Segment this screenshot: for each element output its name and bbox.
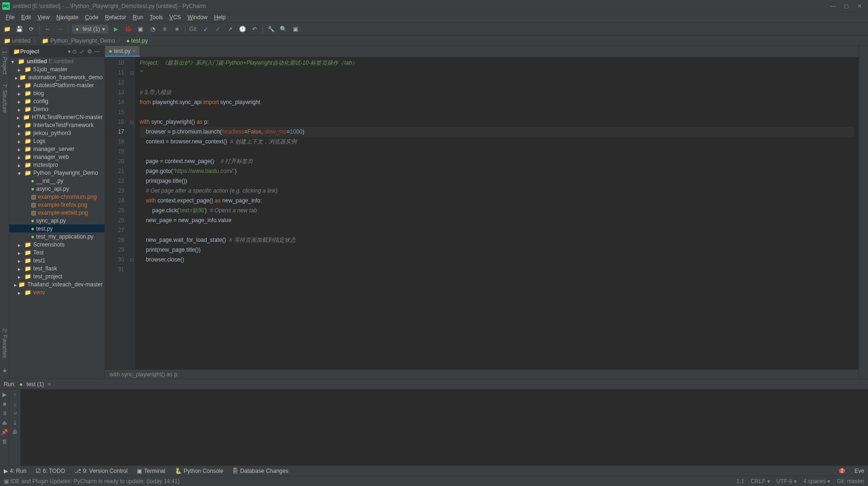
breadcrumb-file[interactable]: test.py — [131, 37, 148, 44]
menu-edit[interactable]: Edit — [18, 13, 34, 22]
menu-view[interactable]: View — [35, 13, 52, 22]
tree-item[interactable]: ▧example-firefox.png — [9, 201, 105, 209]
run-config-select[interactable]: ●test (1)▾ — [72, 25, 108, 33]
up-icon[interactable]: ↑ — [14, 391, 16, 398]
favorites-star-icon[interactable]: ★ — [1, 367, 8, 374]
project-tool-tab[interactable]: 1: Project — [1, 51, 8, 75]
update-icon[interactable]: ↙ — [202, 25, 210, 33]
db-changes-tab-button[interactable]: 🗄 Database Changes — [232, 468, 288, 474]
todo-tab-button[interactable]: ☑ 6: TODO — [36, 468, 65, 474]
run-output[interactable] — [21, 389, 868, 465]
tree-item[interactable]: ▸📁AutotestPlatform-master — [9, 81, 105, 89]
caret-position[interactable]: 1:1 — [736, 478, 744, 485]
commit-icon[interactable]: ✓ — [214, 25, 222, 33]
run-icon[interactable]: ▶ — [112, 25, 120, 33]
menu-window[interactable]: Window — [185, 13, 210, 22]
tree-item[interactable]: ▸📁test_flask — [9, 264, 105, 272]
pause-icon[interactable]: ⏸ — [2, 410, 7, 417]
delete-icon[interactable]: 🗑 — [2, 438, 7, 445]
locate-icon[interactable]: ⊙ — [71, 48, 78, 55]
breadcrumb-root[interactable]: untitled — [12, 37, 30, 44]
tree-item[interactable]: ▸📁Test — [9, 248, 105, 256]
menu-refactor[interactable]: Refactor — [102, 13, 129, 22]
git-branch[interactable]: Git: master — [837, 478, 864, 485]
line-sep[interactable]: CRLF ▾ — [751, 478, 770, 485]
menu-file[interactable]: File — [3, 13, 17, 22]
menu-vcs[interactable]: VCS — [166, 13, 184, 22]
history-icon[interactable]: 🕘 — [238, 25, 247, 33]
run-tab-close-icon[interactable]: × — [48, 381, 51, 388]
maximize-icon[interactable]: ◻ — [844, 3, 849, 9]
tree-item[interactable]: ●test_my_application.py — [9, 232, 105, 240]
back-icon[interactable]: ← — [44, 25, 52, 33]
terminal-tab-button[interactable]: ▣ Terminal — [137, 468, 165, 474]
tree-item[interactable]: ●__init__.py — [9, 177, 105, 185]
menu-code[interactable]: Code — [82, 13, 101, 22]
tree-item[interactable]: ▸📁51job_master — [9, 65, 105, 73]
concurrency-icon[interactable]: ≡ — [161, 25, 169, 33]
settings-icon[interactable]: ⚙ — [86, 48, 93, 55]
tree-item[interactable]: ▸📁test_project — [9, 272, 105, 280]
search-icon[interactable]: 🔍 — [279, 25, 287, 33]
print-icon[interactable]: 🖶 — [12, 429, 18, 435]
pin-icon[interactable]: 📌 — [1, 429, 8, 435]
error-badge[interactable]: 2 — [839, 468, 846, 473]
tree-item[interactable]: ▸📁Logs — [9, 137, 105, 145]
profile-icon[interactable]: ◔ — [149, 25, 157, 33]
tree-item[interactable]: ▸📁manager_server — [9, 145, 105, 153]
tree-item[interactable]: ▸📁HTMLTestRunnerCN-master — [9, 113, 105, 121]
tree-item[interactable]: ▾📁untitled E:\untitled — [9, 57, 105, 65]
stop-icon[interactable]: ■ — [173, 25, 181, 33]
coverage-icon[interactable]: ▣ — [136, 25, 145, 33]
structure-tool-tab[interactable]: 7: Structure — [1, 84, 8, 113]
compare-icon[interactable]: ↗ — [226, 25, 234, 33]
refresh-icon[interactable]: ⟳ — [27, 25, 36, 33]
tree-item[interactable]: ▸📁Screenshots — [9, 240, 105, 248]
ide-settings-icon[interactable]: 🔧 — [267, 25, 275, 33]
tree-item[interactable]: ▸📁venv — [9, 288, 105, 296]
expand-icon[interactable]: ⤢ — [78, 48, 86, 55]
menu-help[interactable]: Help — [211, 13, 229, 22]
tree-item[interactable]: ▸📁manager_web — [9, 153, 105, 161]
breadcrumb-folder[interactable]: Python_Playwright_Demo — [50, 37, 115, 44]
close-icon[interactable]: ✕ — [857, 3, 862, 9]
rollback-icon[interactable]: ↶ — [250, 25, 259, 33]
tree-item[interactable]: ▸📁Thailand_xsteach_dev-master — [9, 280, 105, 288]
rerun-icon[interactable]: ▶ — [2, 391, 7, 398]
down-icon[interactable]: ↓ — [14, 401, 16, 407]
tab-close-icon[interactable]: × — [133, 48, 136, 54]
exit-icon[interactable]: ⏏ — [2, 419, 7, 426]
tree-item[interactable]: ●async_api.py — [9, 185, 105, 193]
tree-item[interactable]: ▸📁config — [9, 97, 105, 105]
debug-icon[interactable]: 🐞 — [124, 25, 133, 33]
menu-navigate[interactable]: Navigate — [53, 13, 81, 22]
tree-item[interactable]: ▸📁InterfaceTestFramework — [9, 121, 105, 129]
menu-tools[interactable]: Tools — [147, 13, 165, 22]
forward-icon[interactable]: → — [56, 25, 64, 33]
tree-item[interactable]: ▸📁automation_framework_demo — [9, 73, 105, 81]
tree-item[interactable]: ▸📁jiekou_python3 — [9, 129, 105, 137]
tree-item[interactable]: ▸📁blog — [9, 89, 105, 97]
run-tab-button[interactable]: ▶ 4: Run — [4, 468, 26, 474]
code-editor[interactable]: 1011121314151617181920212223242526272829… — [105, 57, 859, 369]
tree-item[interactable]: ▸📁test1 — [9, 256, 105, 264]
vcs-tab-button[interactable]: ⎇ 9: Version Control — [75, 468, 127, 474]
softwrap-icon[interactable]: ⤶ — [13, 410, 17, 417]
open-icon[interactable]: 📁 — [3, 25, 11, 33]
tree-item[interactable]: ▸📁Demo — [9, 105, 105, 113]
hide-icon[interactable]: — — [93, 48, 101, 55]
python-console-tab-button[interactable]: 🐍 Python Console — [175, 468, 224, 474]
code-breadcrumb[interactable]: with sync_playwright() as p — [110, 371, 177, 378]
tree-item[interactable]: ●sync_api.py — [9, 217, 105, 224]
event-log-tab-button[interactable]: Eve — [854, 468, 864, 474]
favorites-tool-tab[interactable]: 2: Favorites — [1, 329, 8, 358]
tree-item[interactable]: ●test.py — [9, 224, 105, 232]
stop-run-icon[interactable]: ■ — [3, 401, 6, 407]
indent[interactable]: 4 spaces ▾ — [803, 478, 830, 485]
tree-item[interactable]: ▸📁mztestpro — [9, 161, 105, 169]
save-icon[interactable]: 💾 — [15, 25, 23, 33]
encoding[interactable]: UTF-8 ▾ — [777, 478, 797, 485]
menu-run[interactable]: Run — [130, 13, 146, 22]
tree-item[interactable]: ▾📁Python_Playwright_Demo — [9, 169, 105, 177]
minimize-icon[interactable]: — — [830, 3, 836, 9]
